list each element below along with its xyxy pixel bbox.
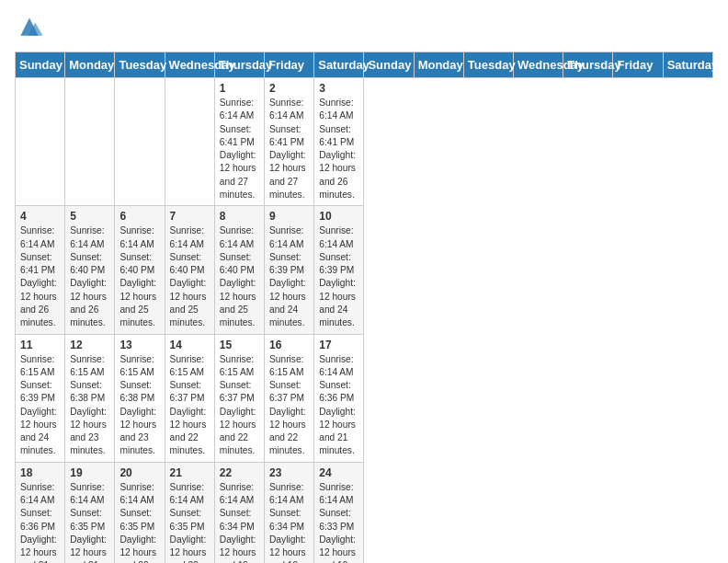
calendar-day-header: Saturday [314, 52, 364, 78]
calendar-day-cell: 8Sunrise: 6:14 AM Sunset: 6:40 PM Daylig… [214, 206, 264, 334]
day-number: 9 [269, 210, 309, 223]
calendar-day-header: Friday [613, 52, 663, 78]
day-number: 13 [119, 339, 159, 351]
day-info: Sunrise: 6:14 AM Sunset: 6:41 PM Dayligh… [220, 97, 259, 201]
day-number: 23 [269, 466, 309, 479]
day-number: 24 [319, 466, 358, 479]
calendar-day-cell: 13Sunrise: 6:15 AM Sunset: 6:38 PM Dayli… [115, 334, 165, 462]
day-info: Sunrise: 6:14 AM Sunset: 6:35 PM Dayligh… [70, 481, 109, 563]
day-number: 11 [20, 339, 60, 351]
day-info: Sunrise: 6:14 AM Sunset: 6:34 PM Dayligh… [220, 481, 259, 563]
calendar-day-cell: 7Sunrise: 6:14 AM Sunset: 6:40 PM Daylig… [165, 206, 214, 334]
calendar-day-cell: 20Sunrise: 6:14 AM Sunset: 6:35 PM Dayli… [115, 462, 165, 563]
calendar-day-header: Monday [65, 52, 115, 78]
calendar-day-cell: 9Sunrise: 6:14 AM Sunset: 6:39 PM Daylig… [265, 206, 314, 334]
day-info: Sunrise: 6:15 AM Sunset: 6:37 PM Dayligh… [269, 353, 309, 458]
calendar-day-header: Sunday [364, 52, 414, 78]
calendar-day-cell: 24Sunrise: 6:14 AM Sunset: 6:33 PM Dayli… [314, 462, 364, 563]
calendar-day-header: Thursday [214, 52, 264, 78]
calendar-day-cell: 2Sunrise: 6:14 AM Sunset: 6:41 PM Daylig… [265, 78, 314, 206]
day-number: 16 [269, 339, 309, 351]
day-info: Sunrise: 6:14 AM Sunset: 6:36 PM Dayligh… [20, 481, 60, 563]
calendar-day-cell: 11Sunrise: 6:15 AM Sunset: 6:39 PM Dayli… [16, 334, 65, 462]
calendar-day-cell: 12Sunrise: 6:15 AM Sunset: 6:38 PM Dayli… [65, 334, 115, 462]
calendar-day-cell [16, 78, 65, 206]
day-number: 3 [319, 82, 358, 95]
day-number: 18 [20, 466, 60, 479]
calendar-day-cell: 16Sunrise: 6:15 AM Sunset: 6:37 PM Dayli… [265, 334, 314, 462]
day-number: 6 [119, 210, 159, 223]
day-number: 5 [70, 210, 109, 223]
calendar-day-cell: 1Sunrise: 6:14 AM Sunset: 6:41 PM Daylig… [214, 78, 264, 206]
calendar-day-cell [115, 78, 165, 206]
day-info: Sunrise: 6:14 AM Sunset: 6:40 PM Dayligh… [70, 224, 109, 329]
calendar-day-cell: 10Sunrise: 6:14 AM Sunset: 6:39 PM Dayli… [314, 206, 364, 334]
calendar-week-row: 11Sunrise: 6:15 AM Sunset: 6:39 PM Dayli… [16, 334, 713, 462]
day-info: Sunrise: 6:15 AM Sunset: 6:38 PM Dayligh… [119, 353, 159, 458]
calendar-day-cell: 5Sunrise: 6:14 AM Sunset: 6:40 PM Daylig… [65, 206, 115, 334]
day-info: Sunrise: 6:15 AM Sunset: 6:37 PM Dayligh… [220, 353, 259, 458]
day-info: Sunrise: 6:14 AM Sunset: 6:39 PM Dayligh… [319, 224, 358, 329]
day-info: Sunrise: 6:15 AM Sunset: 6:37 PM Dayligh… [170, 353, 210, 458]
day-info: Sunrise: 6:14 AM Sunset: 6:40 PM Dayligh… [220, 224, 259, 329]
calendar-day-header: Tuesday [115, 52, 165, 78]
day-number: 7 [170, 210, 210, 223]
day-info: Sunrise: 6:14 AM Sunset: 6:41 PM Dayligh… [269, 97, 309, 201]
calendar-day-cell: 3Sunrise: 6:14 AM Sunset: 6:41 PM Daylig… [314, 78, 364, 206]
day-number: 14 [170, 339, 210, 351]
calendar-week-row: 4Sunrise: 6:14 AM Sunset: 6:41 PM Daylig… [16, 206, 713, 334]
day-info: Sunrise: 6:14 AM Sunset: 6:36 PM Dayligh… [319, 353, 358, 458]
calendar-week-row: 18Sunrise: 6:14 AM Sunset: 6:36 PM Dayli… [16, 462, 713, 563]
day-info: Sunrise: 6:14 AM Sunset: 6:40 PM Dayligh… [119, 224, 159, 329]
calendar-day-header: Wednesday [514, 52, 563, 78]
calendar-day-header: Sunday [16, 52, 65, 78]
day-info: Sunrise: 6:14 AM Sunset: 6:35 PM Dayligh… [170, 481, 210, 563]
day-info: Sunrise: 6:15 AM Sunset: 6:39 PM Dayligh… [20, 353, 60, 458]
day-number: 10 [319, 210, 358, 223]
day-number: 17 [319, 339, 358, 351]
day-info: Sunrise: 6:14 AM Sunset: 6:41 PM Dayligh… [319, 97, 358, 201]
calendar-day-header: Thursday [563, 52, 613, 78]
calendar-day-cell: 4Sunrise: 6:14 AM Sunset: 6:41 PM Daylig… [16, 206, 65, 334]
logo-icon [15, 15, 44, 40]
day-number: 2 [269, 82, 309, 95]
page-header [15, 15, 713, 40]
day-number: 22 [220, 466, 259, 479]
calendar-day-header: Monday [414, 52, 463, 78]
day-number: 15 [220, 339, 259, 351]
calendar-day-cell: 15Sunrise: 6:15 AM Sunset: 6:37 PM Dayli… [214, 334, 264, 462]
calendar-week-row: 1Sunrise: 6:14 AM Sunset: 6:41 PM Daylig… [16, 78, 713, 206]
calendar-header-row: SundayMondayTuesdayWednesdayThursdayFrid… [16, 52, 713, 78]
calendar-day-cell: 14Sunrise: 6:15 AM Sunset: 6:37 PM Dayli… [165, 334, 214, 462]
calendar-day-header: Tuesday [463, 52, 513, 78]
calendar-day-header: Wednesday [165, 52, 214, 78]
calendar-table: SundayMondayTuesdayWednesdayThursdayFrid… [15, 52, 713, 563]
day-number: 19 [70, 466, 109, 479]
day-number: 8 [220, 210, 259, 223]
day-info: Sunrise: 6:14 AM Sunset: 6:33 PM Dayligh… [319, 481, 358, 563]
day-number: 20 [119, 466, 159, 479]
calendar-day-cell: 6Sunrise: 6:14 AM Sunset: 6:40 PM Daylig… [115, 206, 165, 334]
calendar-day-cell: 21Sunrise: 6:14 AM Sunset: 6:35 PM Dayli… [165, 462, 214, 563]
calendar-day-cell: 17Sunrise: 6:14 AM Sunset: 6:36 PM Dayli… [314, 334, 364, 462]
day-info: Sunrise: 6:14 AM Sunset: 6:40 PM Dayligh… [170, 224, 210, 329]
day-number: 4 [20, 210, 60, 223]
calendar-day-cell: 22Sunrise: 6:14 AM Sunset: 6:34 PM Dayli… [214, 462, 264, 563]
day-info: Sunrise: 6:14 AM Sunset: 6:41 PM Dayligh… [20, 224, 60, 329]
calendar-day-cell [65, 78, 115, 206]
calendar-day-header: Saturday [663, 52, 712, 78]
calendar-day-cell: 19Sunrise: 6:14 AM Sunset: 6:35 PM Dayli… [65, 462, 115, 563]
day-info: Sunrise: 6:14 AM Sunset: 6:35 PM Dayligh… [119, 481, 159, 563]
calendar-day-header: Friday [265, 52, 314, 78]
day-info: Sunrise: 6:14 AM Sunset: 6:34 PM Dayligh… [269, 481, 309, 563]
day-info: Sunrise: 6:14 AM Sunset: 6:39 PM Dayligh… [269, 224, 309, 329]
calendar-day-cell [165, 78, 214, 206]
day-number: 12 [70, 339, 109, 351]
logo [15, 15, 48, 40]
calendar-day-cell: 23Sunrise: 6:14 AM Sunset: 6:34 PM Dayli… [265, 462, 314, 563]
day-info: Sunrise: 6:15 AM Sunset: 6:38 PM Dayligh… [70, 353, 109, 458]
day-number: 21 [170, 466, 210, 479]
calendar-day-cell: 18Sunrise: 6:14 AM Sunset: 6:36 PM Dayli… [16, 462, 65, 563]
day-number: 1 [220, 82, 259, 95]
